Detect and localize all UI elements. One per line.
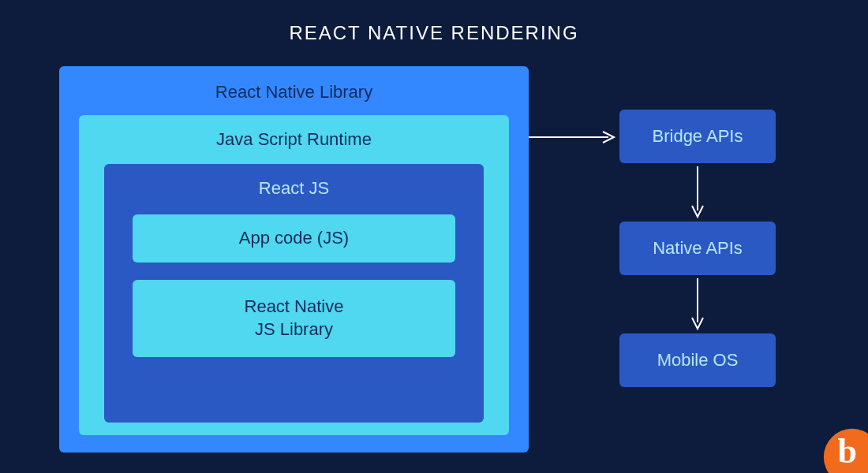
arrow-to-bridge [529,129,619,145]
react-native-library-label: React Native Library [79,82,509,102]
native-apis-box: Native APIs [619,222,776,275]
bridge-apis-box: Bridge APIs [619,110,776,163]
js-runtime-label: Java Script Runtime [104,129,484,150]
diagram-title: REACT NATIVE RENDERING [0,0,868,44]
diagram-canvas: React Native Library Java Script Runtime… [0,58,868,468]
reactjs-label: React JS [133,178,455,199]
rn-js-library-box: React NativeJS Library [133,280,455,357]
app-code-box: App code (JS) [133,214,455,263]
react-native-library-box: React Native Library Java Script Runtime… [59,66,529,453]
reactjs-box: React JS App code (JS) React NativeJS Li… [104,164,484,423]
arrow-down-1 [690,163,705,222]
brand-logo-glyph: b [838,430,857,471]
mobile-os-box: Mobile OS [619,333,776,387]
js-runtime-box: Java Script Runtime React JS App code (J… [79,115,509,435]
arrow-down-2 [690,275,705,333]
api-flow-column: Bridge APIs Native APIs Mobile OS [619,110,776,387]
